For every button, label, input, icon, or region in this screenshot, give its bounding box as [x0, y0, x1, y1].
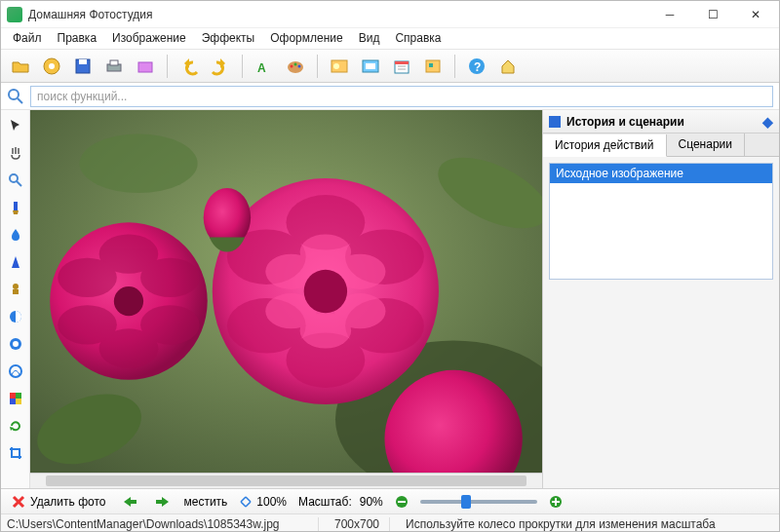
stamp-tool[interactable] — [4, 278, 27, 301]
panel-icon — [549, 116, 561, 128]
svg-line-25 — [18, 98, 22, 103]
delete-photo-button[interactable]: Удалить фото — [7, 492, 109, 512]
zoom-slider-knob[interactable] — [461, 495, 471, 509]
toolbar-separator — [454, 55, 455, 78]
menubar: Файл Правка Изображение Эффекты Оформлен… — [1, 28, 779, 50]
search-icon — [7, 88, 24, 105]
svg-point-62 — [58, 258, 117, 297]
svg-point-13 — [333, 63, 339, 69]
curves-tool[interactable] — [4, 360, 27, 383]
svg-point-26 — [10, 174, 18, 182]
brightness-tool[interactable] — [4, 305, 27, 328]
canvas-wrap — [30, 110, 542, 488]
scan-button[interactable] — [132, 53, 159, 80]
left-toolbox — [1, 110, 30, 488]
svg-point-24 — [9, 90, 19, 99]
svg-point-10 — [294, 62, 297, 65]
pin-icon[interactable]: ◆ — [762, 114, 773, 130]
svg-rect-74 — [555, 498, 557, 506]
prev-button[interactable] — [117, 493, 142, 511]
arrow-left-icon — [121, 495, 138, 509]
minimize-button[interactable]: ─ — [648, 1, 691, 28]
catalog-button[interactable] — [38, 53, 65, 80]
scale-label: Масштаб: — [298, 495, 352, 509]
menu-design[interactable]: Оформление — [262, 28, 350, 49]
actual-size-label: 100% — [256, 495, 287, 509]
print-button[interactable] — [100, 53, 128, 80]
svg-rect-35 — [10, 393, 16, 399]
svg-rect-38 — [16, 399, 21, 404]
sharpen-tool[interactable] — [4, 250, 27, 274]
text-button[interactable]: A — [251, 53, 278, 80]
titlebar: Домашняя Фотостудия ─ ☐ ✕ — [1, 1, 779, 28]
postcard-button[interactable] — [326, 53, 353, 80]
open-button[interactable] — [7, 53, 34, 80]
tab-history[interactable]: История действий — [543, 134, 667, 157]
svg-point-40 — [79, 133, 197, 193]
rotate-tool[interactable] — [4, 414, 27, 437]
svg-point-63 — [114, 286, 143, 316]
undo-button[interactable] — [176, 53, 203, 80]
drop-tool[interactable] — [4, 223, 27, 247]
tab-scenarios[interactable]: Сценарии — [667, 133, 745, 156]
svg-text:?: ? — [474, 60, 481, 74]
status-dims: 700x700 — [334, 517, 390, 531]
svg-rect-28 — [14, 202, 18, 210]
main-toolbar: A ? — [1, 50, 779, 83]
svg-rect-21 — [429, 63, 433, 67]
svg-rect-6 — [138, 62, 152, 72]
color-tool[interactable] — [4, 387, 27, 410]
crop-tool[interactable] — [4, 441, 27, 465]
history-list[interactable]: Исходное изображение — [549, 163, 773, 280]
svg-rect-5 — [110, 60, 118, 65]
next-button[interactable] — [150, 493, 176, 511]
history-item[interactable]: Исходное изображение — [550, 164, 772, 183]
menu-edit[interactable]: Правка — [50, 28, 105, 49]
menu-effects[interactable]: Эффекты — [194, 28, 263, 49]
menu-help[interactable]: Справка — [387, 28, 448, 49]
palette-button[interactable] — [282, 53, 309, 80]
svg-point-61 — [58, 305, 117, 344]
svg-point-58 — [140, 258, 200, 297]
pointer-tool[interactable] — [4, 114, 27, 137]
home-button[interactable] — [494, 53, 522, 80]
delete-icon — [11, 494, 26, 510]
redo-button[interactable] — [207, 53, 234, 80]
image-canvas[interactable] — [30, 110, 542, 473]
calendar-button[interactable] — [388, 53, 415, 80]
zoom-in-button[interactable] — [545, 493, 566, 511]
zoom-out-button[interactable] — [391, 493, 412, 511]
svg-rect-3 — [79, 59, 87, 64]
svg-rect-68 — [130, 500, 136, 504]
actual-size-button[interactable]: 100% — [235, 493, 291, 511]
svg-text:A: A — [257, 61, 266, 75]
panel-title: История и сценарии — [566, 115, 684, 129]
status-bar: C:\Users\ContentManager\Downloads\108534… — [1, 513, 779, 532]
close-button[interactable]: ✕ — [734, 1, 777, 28]
svg-rect-71 — [398, 501, 406, 503]
horizontal-scrollbar[interactable] — [30, 473, 542, 488]
actual-size-icon — [239, 495, 253, 509]
search-row — [1, 83, 779, 110]
zoom-slider[interactable] — [420, 500, 537, 504]
zoom-tool[interactable] — [4, 169, 27, 192]
svg-line-27 — [17, 181, 21, 186]
menu-image[interactable]: Изображение — [104, 28, 194, 49]
window-title: Домашняя Фотостудия — [28, 8, 648, 21]
brush-tool[interactable] — [4, 196, 27, 219]
menu-file[interactable]: Файл — [5, 28, 50, 49]
search-input[interactable] — [30, 86, 773, 107]
help-button[interactable]: ? — [463, 53, 490, 80]
menu-view[interactable]: Вид — [351, 28, 388, 49]
collage-button[interactable] — [419, 53, 447, 80]
status-path: C:\Users\ContentManager\Downloads\108534… — [7, 517, 319, 531]
hue-tool[interactable] — [4, 332, 27, 356]
maximize-button[interactable]: ☐ — [691, 1, 734, 28]
hand-tool[interactable] — [4, 141, 27, 165]
svg-point-29 — [13, 284, 19, 289]
move-label: местить — [183, 495, 227, 509]
toolbar-separator — [167, 55, 168, 78]
save-button[interactable] — [69, 53, 97, 80]
scale-value: 90% — [360, 495, 383, 509]
frames-button[interactable] — [357, 53, 384, 80]
